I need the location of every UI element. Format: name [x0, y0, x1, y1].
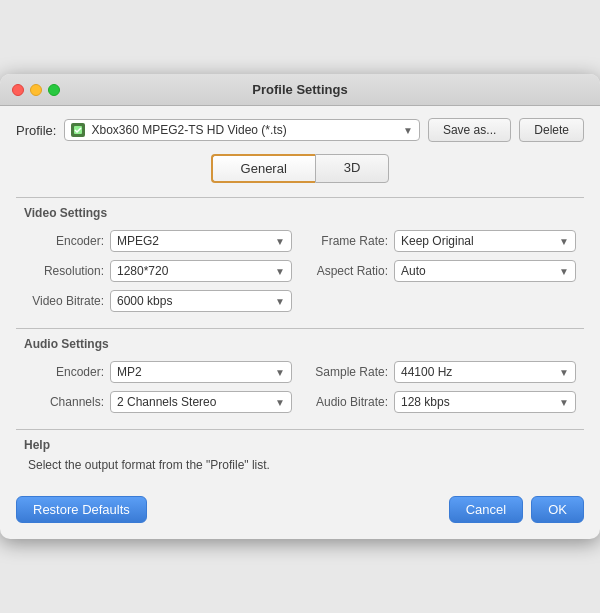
aspect-ratio-value: Auto — [401, 264, 555, 278]
resolution-row: Resolution: 1280*720 ▼ — [24, 260, 292, 282]
video-bitrate-value: 6000 kbps — [117, 294, 271, 308]
aspect-ratio-label: Aspect Ratio: — [308, 264, 388, 278]
profile-dropdown-arrow: ▼ — [403, 125, 413, 136]
video-bitrate-label: Video Bitrate: — [24, 294, 104, 308]
help-title: Help — [24, 438, 584, 452]
profile-dropdown[interactable]: Xbox360 MPEG2-TS HD Video (*.ts) ▼ — [64, 119, 419, 141]
channels-arrow: ▼ — [275, 397, 285, 408]
frame-rate-label: Frame Rate: — [308, 234, 388, 248]
aspect-ratio-dropdown[interactable]: Auto ▼ — [394, 260, 576, 282]
sample-rate-value: 44100 Hz — [401, 365, 555, 379]
sample-rate-label: Sample Rate: — [308, 365, 388, 379]
audio-bitrate-dropdown[interactable]: 128 kbps ▼ — [394, 391, 576, 413]
video-bitrate-arrow: ▼ — [275, 296, 285, 307]
video-bitrate-row: Video Bitrate: 6000 kbps ▼ — [24, 290, 292, 312]
audio-encoder-arrow: ▼ — [275, 367, 285, 378]
minimize-button[interactable] — [30, 84, 42, 96]
resolution-value: 1280*720 — [117, 264, 271, 278]
resolution-arrow: ▼ — [275, 266, 285, 277]
window-title: Profile Settings — [252, 82, 347, 97]
content-area: Profile: Xbox360 MPEG2-TS HD Video (*.ts… — [0, 106, 600, 539]
tab-general[interactable]: General — [211, 154, 315, 183]
resolution-dropdown[interactable]: 1280*720 ▼ — [110, 260, 292, 282]
help-section: Help Select the output format from the "… — [16, 429, 584, 472]
video-settings-grid: Encoder: MPEG2 ▼ Frame Rate: Keep Origin… — [16, 230, 584, 312]
audio-encoder-value: MP2 — [117, 365, 271, 379]
sample-rate-arrow: ▼ — [559, 367, 569, 378]
traffic-lights — [12, 84, 60, 96]
bottom-right-buttons: Cancel OK — [449, 496, 584, 523]
audio-settings-title: Audio Settings — [24, 337, 584, 351]
resolution-label: Resolution: — [24, 264, 104, 278]
audio-bitrate-value: 128 kbps — [401, 395, 555, 409]
restore-defaults-button[interactable]: Restore Defaults — [16, 496, 147, 523]
tabs-row: General 3D — [16, 154, 584, 183]
title-bar: Profile Settings — [0, 74, 600, 106]
video-encoder-label: Encoder: — [24, 234, 104, 248]
close-button[interactable] — [12, 84, 24, 96]
cancel-button[interactable]: Cancel — [449, 496, 523, 523]
audio-encoder-dropdown[interactable]: MP2 ▼ — [110, 361, 292, 383]
frame-rate-dropdown[interactable]: Keep Original ▼ — [394, 230, 576, 252]
save-as-button[interactable]: Save as... — [428, 118, 511, 142]
video-encoder-row: Encoder: MPEG2 ▼ — [24, 230, 292, 252]
video-settings-section: Video Settings Encoder: MPEG2 ▼ Frame Ra… — [16, 197, 584, 312]
audio-settings-grid: Encoder: MP2 ▼ Sample Rate: 44100 Hz ▼ — [16, 361, 584, 413]
channels-row: Channels: 2 Channels Stereo ▼ — [24, 391, 292, 413]
audio-bitrate-arrow: ▼ — [559, 397, 569, 408]
profile-row: Profile: Xbox360 MPEG2-TS HD Video (*.ts… — [16, 118, 584, 142]
ok-button[interactable]: OK — [531, 496, 584, 523]
help-text: Select the output format from the "Profi… — [16, 458, 584, 472]
frame-rate-value: Keep Original — [401, 234, 555, 248]
profile-label: Profile: — [16, 123, 56, 138]
aspect-ratio-arrow: ▼ — [559, 266, 569, 277]
profile-selected-value: Xbox360 MPEG2-TS HD Video (*.ts) — [91, 123, 399, 137]
delete-button[interactable]: Delete — [519, 118, 584, 142]
video-encoder-arrow: ▼ — [275, 236, 285, 247]
sample-rate-dropdown[interactable]: 44100 Hz ▼ — [394, 361, 576, 383]
video-settings-title: Video Settings — [24, 206, 584, 220]
audio-settings-section: Audio Settings Encoder: MP2 ▼ Sample Rat… — [16, 328, 584, 413]
frame-rate-row: Frame Rate: Keep Original ▼ — [308, 230, 576, 252]
audio-bitrate-label: Audio Bitrate: — [308, 395, 388, 409]
audio-encoder-label: Encoder: — [24, 365, 104, 379]
channels-label: Channels: — [24, 395, 104, 409]
frame-rate-arrow: ▼ — [559, 236, 569, 247]
maximize-button[interactable] — [48, 84, 60, 96]
aspect-ratio-row: Aspect Ratio: Auto ▼ — [308, 260, 576, 282]
video-encoder-value: MPEG2 — [117, 234, 271, 248]
sample-rate-row: Sample Rate: 44100 Hz ▼ — [308, 361, 576, 383]
tab-3d[interactable]: 3D — [315, 154, 390, 183]
bottom-bar: Restore Defaults Cancel OK — [16, 488, 584, 523]
video-encoder-dropdown[interactable]: MPEG2 ▼ — [110, 230, 292, 252]
channels-dropdown[interactable]: 2 Channels Stereo ▼ — [110, 391, 292, 413]
profile-settings-window: Profile Settings Profile: Xbox360 MPEG2-… — [0, 74, 600, 539]
channels-value: 2 Channels Stereo — [117, 395, 271, 409]
video-bitrate-dropdown[interactable]: 6000 kbps ▼ — [110, 290, 292, 312]
profile-icon — [71, 123, 85, 137]
audio-bitrate-row: Audio Bitrate: 128 kbps ▼ — [308, 391, 576, 413]
audio-encoder-row: Encoder: MP2 ▼ — [24, 361, 292, 383]
